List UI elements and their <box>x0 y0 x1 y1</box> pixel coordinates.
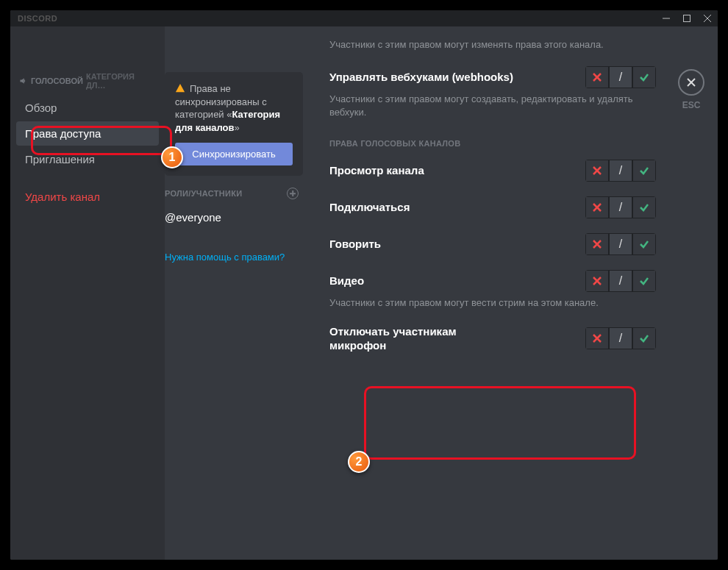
annotation-badge-2: 2 <box>348 451 370 473</box>
tri-allow[interactable] <box>632 66 656 88</box>
tri-toggle-mute: / <box>585 327 656 349</box>
tri-allow[interactable] <box>632 327 656 349</box>
tri-passthrough[interactable]: / <box>609 66 632 88</box>
tri-toggle-video: / <box>585 270 656 292</box>
perm-desc-video: Участники с этим правом могут вести стри… <box>329 296 656 310</box>
perm-title-speak: Говорить <box>329 237 381 252</box>
tri-passthrough[interactable]: / <box>609 196 632 218</box>
perm-title-video: Видео <box>329 274 364 288</box>
roles-header: РОЛИ/УЧАСТНИКИ <box>165 188 312 205</box>
tri-allow[interactable] <box>632 270 656 292</box>
close-region: ESC <box>678 69 704 110</box>
sidebar-item-permissions[interactable]: Права доступа <box>16 121 159 146</box>
role-item-everyone[interactable]: @everyone <box>165 205 303 229</box>
perm-title-connect: Подключаться <box>329 200 410 215</box>
sidebar-channel-name: ГОЛОСОВОЙ <box>31 76 83 85</box>
maximize-button[interactable] <box>677 10 697 26</box>
sidebar-channel-header: ГОЛОСОВОЙ КАТЕГОРИЯ ДЛ… <box>10 72 165 94</box>
tri-passthrough[interactable]: / <box>609 327 632 349</box>
svg-rect-1 <box>684 15 690 22</box>
tri-deny[interactable] <box>585 233 609 255</box>
perm-desc-webhooks: Участники с этим правом могут создавать,… <box>329 93 656 119</box>
minimize-button[interactable] <box>656 10 677 26</box>
tri-deny[interactable] <box>585 196 609 218</box>
tri-passthrough[interactable]: / <box>609 233 632 255</box>
perm-title-mute: Отключать участникам микрофон <box>329 324 477 353</box>
add-role-icon[interactable] <box>287 188 299 199</box>
tri-allow[interactable] <box>632 196 656 218</box>
tri-passthrough[interactable]: / <box>609 160 632 182</box>
close-settings-button[interactable] <box>678 69 704 96</box>
tri-deny[interactable] <box>585 160 609 182</box>
titlebar: DISCORD <box>10 10 718 26</box>
annotation-badge-1: 1 <box>161 146 183 168</box>
tri-deny[interactable] <box>585 66 609 88</box>
permissions-content: Участники с этим правом могут изменять п… <box>312 26 718 560</box>
tri-deny[interactable] <box>585 270 609 292</box>
sidebar-item-overview[interactable]: Обзор <box>16 96 159 120</box>
section-head-voice: ПРАВА ГОЛОСОВЫХ КАНАЛОВ <box>329 139 656 148</box>
tri-toggle-speak: / <box>585 233 656 255</box>
sync-text-suffix: » <box>235 122 240 133</box>
esc-label: ESC <box>678 100 704 110</box>
tri-allow[interactable] <box>632 160 656 182</box>
sidebar-item-invites[interactable]: Приглашения <box>16 147 159 171</box>
window-controls <box>656 10 718 26</box>
sync-button[interactable]: Синхронизировать <box>175 143 293 165</box>
warning-icon <box>175 83 185 93</box>
sidebar-category-suffix: КАТЕГОРИЯ ДЛ… <box>86 72 156 90</box>
app-logo: DISCORD <box>18 14 57 23</box>
perm-title-view: Просмотр канала <box>329 163 424 178</box>
tri-deny[interactable] <box>585 327 609 349</box>
tri-toggle-connect: / <box>585 196 656 218</box>
perm-desc-top: Участники с этим правом могут изменять п… <box>329 38 656 51</box>
settings-sidebar: ГОЛОСОВОЙ КАТЕГОРИЯ ДЛ… Обзор Права дост… <box>10 26 165 560</box>
sidebar-item-delete-channel[interactable]: Удалить канал <box>16 185 159 209</box>
volume-icon <box>19 76 28 85</box>
roles-column: Права не синхронизированы с категорией «… <box>165 26 312 560</box>
tri-toggle-view: / <box>585 160 656 182</box>
close-button[interactable] <box>697 10 718 26</box>
tri-allow[interactable] <box>632 233 656 255</box>
permissions-help-link[interactable]: Нужна помощь с правами? <box>165 252 312 263</box>
sync-notice: Права не синхронизированы с категорией «… <box>165 72 303 176</box>
roles-header-label: РОЛИ/УЧАСТНИКИ <box>165 189 242 198</box>
tri-toggle-webhooks: / <box>585 66 656 88</box>
tri-passthrough[interactable]: / <box>609 270 632 292</box>
perm-title-webhooks: Управлять вебхуками (webhooks) <box>329 70 513 85</box>
